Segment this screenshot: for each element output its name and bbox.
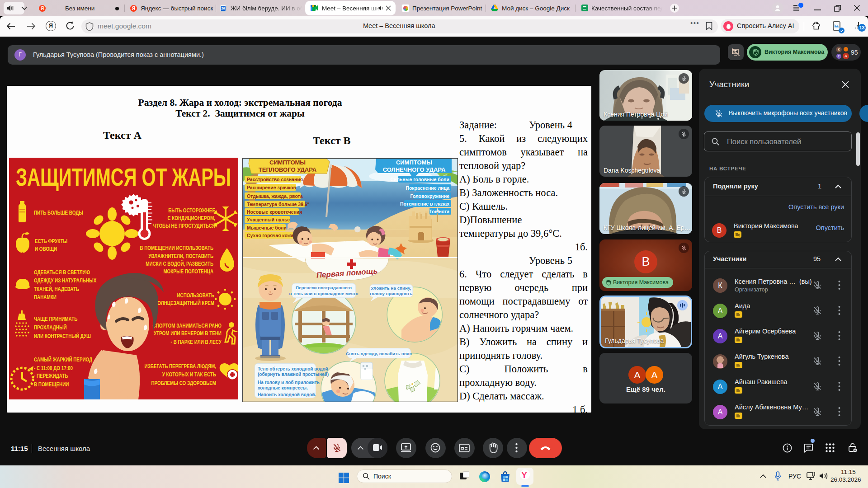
svg-text:ИЗБЕГАТЬ ПЕРЕГРЕВА ЛЮДЯМ,: ИЗБЕГАТЬ ПЕРЕГРЕВА ЛЮДЯМ, — [145, 363, 216, 369]
svg-text:Температура больше 39,6°: Температура больше 39,6° — [247, 202, 309, 207]
svg-text:ЧТОБЫ НЕ ПРОСТУДИТЬСЯ: ЧТОБЫ НЕ ПРОСТУДИТЬСЯ — [153, 223, 215, 229]
svg-text:ПАНАМКИ: ПАНАМКИ — [34, 294, 57, 300]
svg-text:И ОВОЩИ: И ОВОЩИ — [35, 246, 57, 252]
svg-text:Сильные головные боли: Сильные головные боли — [390, 177, 449, 182]
svg-text:УВЛАЖНИТЕЛИ, ПОСТАВИТЬ: УВЛАЖНИТЕЛИ, ПОСТАВИТЬ — [148, 253, 213, 259]
svg-text:СИМПТОМЫ: СИМПТОМЫ — [269, 159, 306, 166]
svg-text:в тень или в прохладное место: в тень или в прохладное место — [289, 291, 358, 296]
svg-text:Снять одежду, ослабить пояс: Снять одежду, ослабить пояс — [346, 351, 412, 356]
svg-text:СПОРТОМ ЗАНИМАТЬСЯ РАНО: СПОРТОМ ЗАНИМАТЬСЯ РАНО — [152, 323, 222, 328]
svg-text:- С 11:00 ДО 17:00: - С 11:00 ДО 17:00 — [34, 365, 73, 371]
svg-text:Сухая горячая кожа: Сухая горячая кожа — [247, 233, 293, 238]
svg-text:На голову и лоб приложить: На голову и лоб приложить — [258, 380, 320, 385]
svg-text:ЗАЩИТИМСЯ ОТ ЖАРЫ: ЗАЩИТИМСЯ ОТ ЖАРЫ — [16, 163, 231, 191]
svg-text:Покраснение лица: Покраснение лица — [406, 185, 449, 191]
svg-text:ТКАНЕЙ, НАДЕВАТЬ: ТКАНЕЙ, НАДЕВАТЬ — [34, 286, 79, 292]
svg-text:ПИТЬ БОЛЬШЕ ВОДЫ: ПИТЬ БОЛЬШЕ ВОДЫ — [34, 210, 83, 216]
svg-text:холодные компрессы.: холодные компрессы. — [258, 385, 308, 390]
svg-text:Мышечные боли: Мышечные боли — [247, 225, 287, 230]
svg-text:ИЛИ КОНТРАСТНЫЙ ДУШ: ИЛИ КОНТРАСТНЫЙ ДУШ — [34, 333, 91, 339]
svg-text:ОДЕВАТЬСЯ В СВЕТЛУЮ: ОДЕВАТЬСЯ В СВЕТЛУЮ — [34, 269, 90, 275]
svg-text:В ПОМЕЩЕНИИ ИСПОЛЬЗОВАТЬ: В ПОМЕЩЕНИИ ИСПОЛЬЗОВАТЬ — [140, 245, 213, 251]
svg-text:МИСКИ С ВОДОЙ, РАЗВЕСИТЬ: МИСКИ С ВОДОЙ, РАЗВЕСИТЬ — [146, 261, 213, 267]
svg-text:Напоить холодной водой.: Напоить холодной водой. — [258, 392, 316, 397]
svg-text:ТЕПЛОВОГО УДАРА: ТЕПЛОВОГО УДАРА — [259, 166, 317, 173]
svg-text:СОЛНЕЧНОГО УДАРА: СОЛНЕЧНОГО УДАРА — [383, 166, 446, 173]
svg-text:Расширение зрачков: Расширение зрачков — [247, 185, 296, 190]
svg-text:ПРОХЛАДНЫЙ: ПРОХЛАДНЫЙ — [34, 324, 67, 330]
svg-text:Потемнение в глазах: Потемнение в глазах — [400, 201, 449, 206]
svg-text:ЧАЩЕ ПРИНИМАТЬ: ЧАЩЕ ПРИНИМАТЬ — [34, 316, 77, 322]
svg-text:ИСПОЛЬЗОВАТЬ: ИСПОЛЬЗОВАТЬ — [177, 292, 214, 298]
svg-text:Тошнота: Тошнота — [429, 209, 450, 214]
svg-text:МОКРЫЕ ПОЛОТЕНЦА: МОКРЫЕ ПОЛОТЕНЦА — [163, 268, 213, 274]
svg-text:САМЫЙ ЖАРКИЙ ПЕРИОД: САМЫЙ ЖАРКИЙ ПЕРИОД — [34, 357, 92, 362]
svg-text:У КОТОРЫХ И ТАК ЕСТЬ: У КОТОРЫХ И ТАК ЕСТЬ — [162, 371, 216, 377]
svg-text:- В ПАРКЕ ИЛИ В ЛЕСУ: - В ПАРКЕ ИЛИ В ЛЕСУ — [171, 339, 222, 345]
svg-text:СИМПТОМЫ: СИМПТОМЫ — [396, 159, 432, 166]
svg-text:БЫТЬ ОСТОРОЖНЕЕ: БЫТЬ ОСТОРОЖНЕЕ — [168, 207, 215, 213]
svg-text:Головокружение: Головокружение — [410, 193, 449, 199]
svg-text:ЕСТЬ ФРУКТЫ: ЕСТЬ ФРУКТЫ — [35, 238, 67, 244]
svg-text:ОДЕЖДУ ИЗ НАТУРАЛЬНЫХ: ОДЕЖДУ ИЗ НАТУРАЛЬНЫХ — [34, 277, 97, 283]
svg-text:В ПОМЕЩЕНИИ: В ПОМЕЩЕНИИ — [34, 381, 69, 387]
svg-text:- ПЕРЕЖИДАТЬ: - ПЕРЕЖИДАТЬ — [34, 373, 68, 379]
svg-text:(обернуть влажной простыней): (обернуть влажной простыней) — [258, 372, 329, 377]
svg-text:Отдышка, жажда, рвота: Отдышка, жажда, рвота — [247, 193, 303, 199]
svg-text:УТРОМ ИЛИ ВЕЧЕРОМ В ТЕНИ: УТРОМ ИЛИ ВЕЧЕРОМ В ТЕНИ — [154, 330, 222, 336]
svg-text:С КОНДИЦИОНЕРОМ,: С КОНДИЦИОНЕРОМ, — [167, 215, 215, 221]
svg-text:Уложить на спину,: Уложить на спину, — [371, 286, 411, 291]
svg-text:Расстройство сознания: Расстройство сознания — [247, 177, 303, 182]
svg-text:СОЛНЦЕЗАЩИТНЫЙ КРЕМ: СОЛНЦЕЗАЩИТНЫЙ КРЕМ — [154, 300, 214, 306]
svg-text:Учащенный пульс: Учащенный пульс — [247, 217, 290, 222]
svg-text:Перенеси пострадавшего: Перенеси пострадавшего — [296, 285, 352, 290]
svg-text:Тело обтереть холодной водой: Тело обтереть холодной водой — [258, 366, 328, 371]
svg-text:Носовые кровотечения: Носовые кровотечения — [247, 209, 302, 215]
svg-text:ПРОБЛЕМЫ СО ЗДОРОВЬЕМ: ПРОБЛЕМЫ СО ЗДОРОВЬЕМ — [151, 380, 216, 386]
svg-text:голову приподнять: голову приподнять — [370, 291, 412, 296]
